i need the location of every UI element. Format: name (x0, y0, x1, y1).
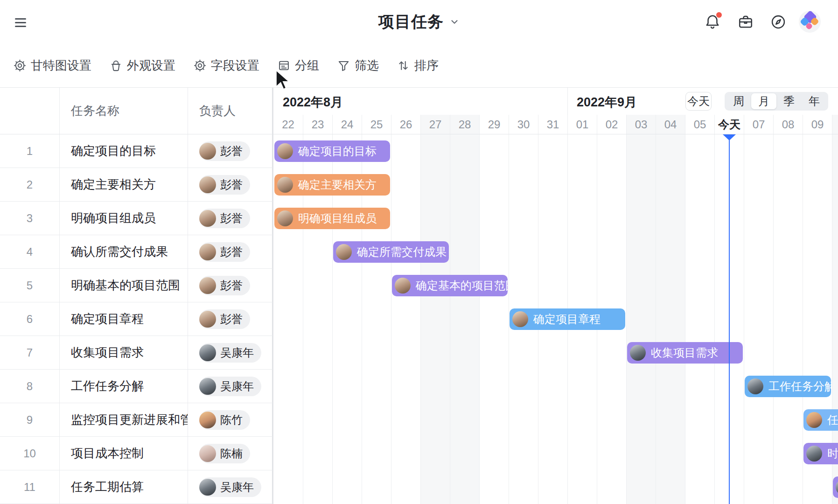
weekend-stripe (656, 134, 685, 504)
today-button[interactable]: 今天 (685, 92, 712, 111)
chevron-down-icon[interactable] (449, 17, 460, 27)
task-name-cell[interactable]: 监控项目更新进展和管理 (60, 403, 188, 436)
gantt-bar-row-4[interactable]: 确定所需交付成果 (333, 241, 449, 263)
day-cell: 03 (626, 115, 656, 134)
gantt-bar-row-5[interactable]: 确定基本的项目范围 (392, 275, 508, 296)
day-cell-today: 今天 (714, 115, 744, 134)
toolbar-item-sort[interactable]: 排序 (397, 57, 439, 74)
task-name-cell[interactable]: 确定项目的目标 (60, 134, 188, 168)
row-number: 9 (0, 403, 60, 436)
gantt-bar-row-11[interactable] (833, 476, 838, 498)
toolbar-item-filter[interactable]: 筛选 (337, 57, 379, 74)
gantt-month-header: 今天 周月季年 2022年8月2022年9月 (273, 88, 838, 115)
task-name-cell[interactable]: 任务工期估算 (60, 470, 188, 504)
task-name-cell[interactable]: 工作任务分解 (60, 370, 188, 403)
toolbar-item-gantt-settings[interactable]: 甘特图设置 (13, 57, 91, 74)
owner-pill[interactable]: 彭誉 (199, 141, 250, 161)
day-gridline (744, 134, 744, 504)
task-name-cell[interactable]: 收集项目需求 (60, 336, 188, 369)
owner-pill[interactable]: 彭誉 (199, 242, 250, 262)
bar-avatar-彭誉 (395, 278, 411, 294)
task-name-cell[interactable]: 项目成本控制 (60, 437, 188, 470)
workspace-briefcase-icon[interactable] (737, 14, 754, 30)
owner-pill[interactable]: 彭誉 (199, 175, 250, 195)
avatar-陈楠 (199, 445, 216, 462)
day-cell: 08 (773, 115, 803, 134)
day-cell: 23 (303, 115, 332, 134)
app-logo[interactable] (799, 11, 821, 33)
gear-icon (193, 59, 207, 72)
month-divider (567, 88, 568, 115)
day-cell: 25 (362, 115, 391, 134)
bar-label: 收集项目需求 (651, 345, 718, 360)
day-gridline (773, 134, 774, 504)
owner-pill[interactable]: 陈竹 (199, 410, 250, 430)
owner-name: 吴康年 (220, 345, 254, 360)
row-number: 11 (0, 470, 60, 504)
owner-cell: 吴康年 (188, 370, 272, 403)
day-gridline (685, 134, 685, 504)
owner-pill[interactable]: 陈楠 (199, 444, 250, 463)
row-number: 1 (0, 134, 60, 168)
view-segment-年[interactable]: 年 (802, 93, 827, 109)
owner-pill[interactable]: 彭誉 (199, 209, 250, 228)
task-name-cell[interactable]: 确定项目章程 (60, 302, 188, 336)
gantt-bar-row-3[interactable]: 明确项目组成员 (274, 208, 390, 229)
owner-cell: 彭誉 (188, 302, 272, 336)
toolbar-label: 筛选 (355, 57, 379, 74)
day-gridline (450, 134, 450, 504)
avatar-彭誉 (199, 311, 216, 328)
owner-name: 陈楠 (220, 446, 243, 461)
today-line (729, 134, 730, 504)
day-cell: 05 (685, 115, 714, 134)
day-cell: 26 (391, 115, 420, 134)
row-number: 5 (0, 269, 60, 302)
toolbar-item-appearance-settings[interactable]: 外观设置 (109, 57, 175, 74)
owner-pill[interactable]: 彭誉 (199, 276, 250, 295)
gantt-bar-row-6[interactable]: 确定项目章程 (510, 308, 625, 330)
task-name-cell[interactable]: 明确项目组成员 (60, 202, 188, 235)
gantt-day-header: 222324252627282930310102030405今天070809 (273, 115, 838, 134)
weekend-stripe (450, 134, 479, 504)
owner-cell: 彭誉 (188, 168, 272, 201)
view-segment-周[interactable]: 周 (726, 93, 751, 109)
view-segment-季[interactable]: 季 (776, 93, 802, 109)
gantt-bar-row-10[interactable]: 时间 (803, 443, 838, 464)
owner-pill[interactable]: 吴康年 (199, 377, 261, 396)
task-name-cell[interactable]: 明确基本的项目范围 (60, 269, 188, 302)
owner-name: 彭誉 (220, 312, 243, 327)
gantt-bar-row-8[interactable]: 工作任务分解 (745, 376, 831, 397)
gantt-bar-row-2[interactable]: 确定主要相关方 (274, 174, 390, 196)
view-segment-月[interactable]: 月 (751, 93, 776, 109)
month-label: 2022年8月 (283, 94, 343, 111)
owner-pill[interactable]: 彭誉 (199, 309, 250, 329)
owner-pill[interactable]: 吴康年 (199, 477, 261, 497)
gantt-bar-row-9[interactable]: 任务 (803, 409, 838, 431)
day-cell: 22 (273, 115, 303, 134)
gear-icon (13, 59, 27, 72)
task-name-cell[interactable]: 确认所需交付成果 (60, 235, 188, 268)
bar-label: 时间 (827, 446, 838, 461)
task-name-column-header: 任务名称 (60, 88, 188, 134)
avatar-彭誉 (199, 176, 216, 193)
owner-pill[interactable]: 吴康年 (199, 343, 261, 363)
toolbar-item-group[interactable]: 分组 (277, 57, 319, 74)
gantt-panel: 今天 周月季年 2022年8月2022年9月 22232425262728293… (272, 88, 838, 504)
day-cell: 24 (332, 115, 362, 134)
avatar-彭誉 (199, 244, 216, 260)
explore-compass-icon[interactable] (770, 14, 787, 30)
task-name-cell[interactable]: 确定主要相关方 (60, 168, 188, 201)
day-cell: 07 (744, 115, 773, 134)
notification-bell-icon[interactable] (704, 14, 721, 30)
bar-label: 确定项目章程 (533, 312, 601, 327)
bar-label: 确定基本的项目范围 (416, 278, 508, 293)
gantt-bar-row-1[interactable]: 确定项目的目标 (274, 140, 390, 162)
owner-cell: 彭誉 (188, 269, 272, 302)
toolbar-item-field-settings[interactable]: 字段设置 (193, 57, 259, 74)
owner-name: 陈竹 (220, 413, 243, 427)
table-row: 11任务工期估算吴康年 (0, 470, 272, 504)
day-cell: 01 (567, 115, 597, 134)
gantt-bar-row-7[interactable]: 收集项目需求 (627, 342, 743, 364)
day-gridline (626, 134, 627, 504)
weekend-stripe (626, 134, 656, 504)
